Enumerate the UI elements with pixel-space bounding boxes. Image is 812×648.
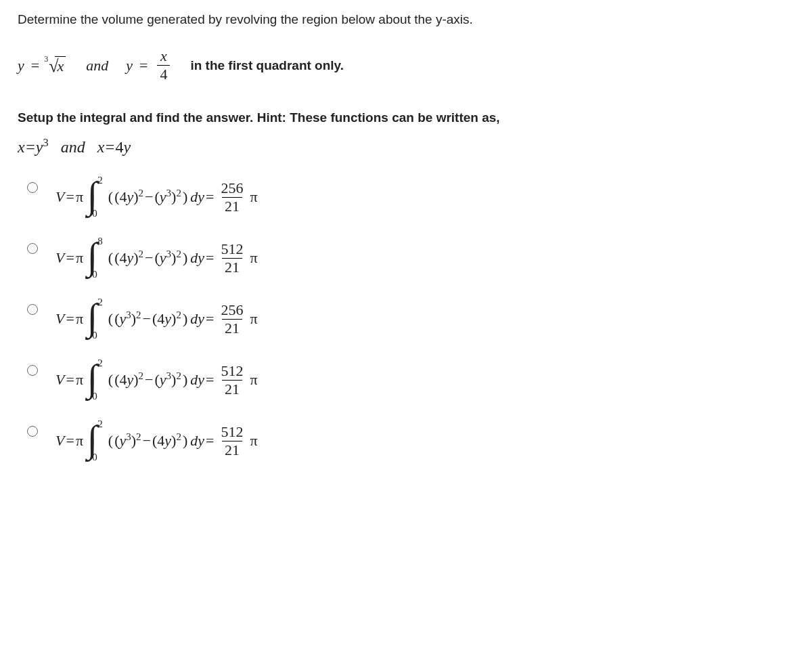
question-prompt: Determine the volume generated by revolv… [18,12,794,27]
option-3: V=π ∫ 20 ((y3)2 − (4y)2) dy= 25621 π [27,297,794,341]
answer-options: V=π ∫ 20 ((4y)2 − (y3)2) dy= 25621 π V=π… [27,175,794,462]
option-1: V=π ∫ 20 ((4y)2 − (y3)2) dy= 25621 π [27,175,794,219]
option-4: V=π ∫ 20 ((4y)2 − (y3)2) dy= 51221 π [27,358,794,402]
radio-3[interactable] [27,304,38,315]
hint-text: Setup the integral and find the answer. … [18,110,794,125]
radio-2[interactable] [27,243,38,254]
given-curves: y= 3x and y= x4 in the first quadrant on… [18,47,794,83]
option-5: V=π ∫ 20 ((y3)2 − (4y)2) dy= 51221 π [27,419,794,462]
radio-5[interactable] [27,426,38,437]
option-2: V=π ∫ 80 ((4y)2 − (y3)2) dy= 51221 π [27,236,794,280]
radio-1[interactable] [27,182,38,193]
rewritten-eqs: x=y3 and x=4y [18,136,794,156]
radio-4[interactable] [27,365,38,376]
